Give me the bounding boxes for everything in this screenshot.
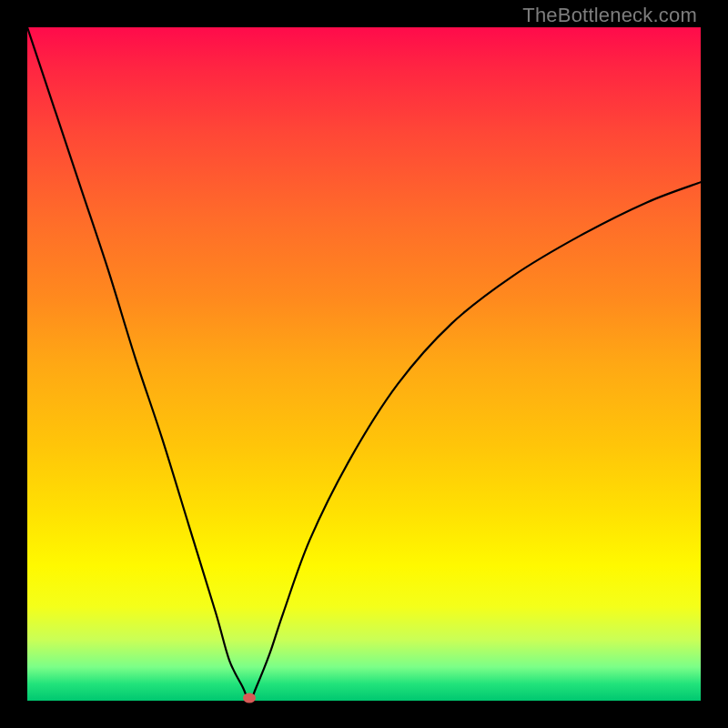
chart-frame: TheBottleneck.com	[0, 0, 728, 728]
minimum-marker-dot	[243, 693, 256, 703]
plot-area	[27, 27, 701, 701]
bottleneck-curve	[27, 27, 701, 701]
watermark-text: TheBottleneck.com	[522, 4, 697, 27]
